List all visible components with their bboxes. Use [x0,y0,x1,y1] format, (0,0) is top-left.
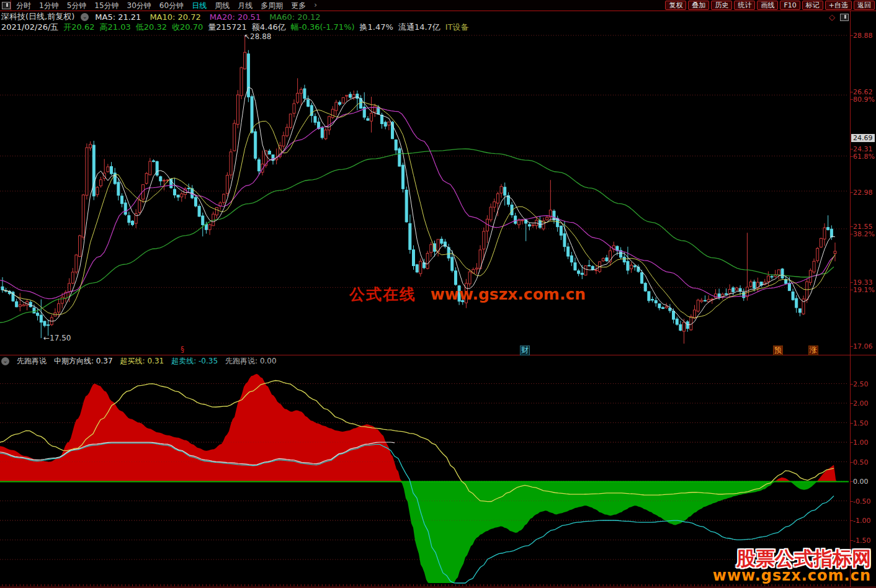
toolbar-buttons: 复权叠加历史统计画线F10标记+自选返回 [665,1,875,10]
toolbar-button-8[interactable]: +自选 [825,1,852,10]
event-marker-2[interactable]: 财 [520,345,530,355]
price-axis-tick-8 [850,226,853,227]
indicator-axis-label-9: -1.50 [853,537,870,545]
quote-field-4: 低20.32 [136,22,167,32]
price-axis-tick-1 [850,35,853,36]
price-axis-tick-10 [850,282,853,283]
price-axis-tick-12 [850,346,853,347]
menu-item-9[interactable]: 月线 [238,1,253,11]
price-axis-tick-5 [850,149,853,149]
toolbar-button-1[interactable]: 复权 [665,1,686,10]
price-axis-tick-9 [850,234,853,234]
peak-price-annotation: ↖28.88 [244,32,271,41]
price-axis-label-4: 24.69 [851,134,875,142]
period-menu: 分时1分钟5分钟15分钟30分钟60分钟日线周线月线多周期更多› [16,1,317,11]
menu-item-5[interactable]: 30分钟 [127,1,151,11]
quote-field-1: 2021/02/26/五 [1,22,58,32]
quote-field-6: 量215721 [208,22,247,32]
toolbar-button-5[interactable]: 画线 [757,1,778,10]
center-watermark: 公式在线 www.gszx.com.cn [349,284,586,305]
toolbar-button-3[interactable]: 历史 [711,1,732,10]
window-icon[interactable] [2,2,11,9]
indicator-axis-tick-7 [850,501,853,502]
toolbar-button-4[interactable]: 统计 [734,1,755,10]
indicator-axis-label-4: 1.00 [853,439,869,447]
event-marker-4[interactable]: 涨 [808,345,818,355]
indicator-field-4: 超卖线: -0.35 [171,356,218,367]
quote-field-10: 流通14.7亿 [398,22,440,32]
main-price-chart[interactable] [0,32,876,355]
menu-item-2[interactable]: 1分钟 [39,1,59,11]
menu-more-chevron-icon[interactable]: › [314,1,317,11]
price-axis-tick-2 [850,92,853,92]
price-axis-tick-7 [850,192,853,193]
menu-item-11[interactable]: 更多 [291,1,306,11]
indicator-axis-label-7: -0.50 [853,497,870,506]
collapse-chart-icon[interactable]: ⌄ [81,13,89,21]
indicator-field-1: 先跑再说 [17,356,47,367]
indicator-axis-label-1: 2.50 [853,380,869,388]
title-icons: ◇ [829,12,849,22]
watermark-brand: 公式在线 [349,285,416,303]
price-axis-label-9: 38.2% [853,230,875,238]
title-row: 深科技(日线,前复权) ⌄ MA5: 21.21MA10: 20.72MA20:… [1,12,321,22]
ma-value-1: MA5: 21.21 [95,12,141,22]
corner-watermark: 股票公式指标网 www.gszx.com.cn [713,549,871,583]
indicator-axis-label-2: 2.00 [853,399,869,408]
watermark-site-url: www.gszx.com.cn [713,568,871,583]
price-axis-label-3: 80.9% [853,96,875,104]
event-marker-1[interactable]: § [178,345,187,354]
diamond-marker-icon[interactable]: ◇ [829,12,835,22]
indicator-header: ⌄ 先跑再说中期方向线: 0.37超买线: 0.31超卖线: -0.35先跑再说… [1,356,277,366]
toolbar-button-7[interactable]: 标记 [802,1,823,10]
indicator-axis-label-3: 1.50 [853,419,869,427]
indicator-axis-label-5: 0.50 [853,458,869,466]
quote-field-7: 额4.46亿 [252,22,286,32]
indicator-axis-tick-4 [850,442,853,443]
period-menubar: 分时1分钟5分钟15分钟30分钟60分钟日线周线月线多周期更多› 复权叠加历史统… [0,0,876,11]
menu-item-4[interactable]: 15分钟 [94,1,118,11]
quote-field-9: 换1.47% [360,22,393,32]
quote-field-11: IT设备 [445,22,469,32]
price-axis-label-11: 19.1% [853,286,875,294]
indicator-axis-tick-1 [850,384,853,385]
toolbar-button-9[interactable]: 返回 [854,1,875,10]
indicator-field-3: 超买线: 0.31 [120,356,164,367]
indicator-axis-tick-9 [850,540,853,541]
toolbar-button-6[interactable]: F10 [780,1,800,10]
indicator-axis-tick-5 [850,462,853,463]
trading-app-window: 分时1分钟5分钟15分钟30分钟60分钟日线周线月线多周期更多› 复权叠加历史统… [0,0,876,588]
menu-item-1[interactable]: 分时 [16,1,31,11]
mini-window-icon[interactable] [840,14,849,21]
indicator-field-2: 中期方向线: 0.37 [54,356,113,367]
menu-item-3[interactable]: 5分钟 [67,1,87,11]
price-axis-tick-11 [850,290,853,290]
indicator-axis-tick-8 [850,520,853,521]
event-marker-3[interactable]: 预 [773,345,783,355]
ma-value-2: MA10: 20.72 [150,12,200,22]
quote-field-5: 收20.70 [172,22,203,32]
low-price-annotation: ←17.50 [43,334,71,342]
stock-title: 深科技(日线,前复权) [1,11,74,22]
indicator-axis-tick-3 [850,423,853,424]
ma-values: MA5: 21.21MA10: 20.72MA20: 20.51MA60: 20… [95,12,320,22]
indicator-axis-label-6: 0.00 [853,478,869,486]
menu-item-10[interactable]: 多周期 [261,1,283,11]
watermark-site-name: 股票公式指标网 [713,549,871,568]
indicator-axis-tick-2 [850,403,853,404]
toolbar-button-2[interactable]: 叠加 [688,1,709,10]
menu-item-7[interactable]: 日线 [192,1,207,11]
ma-value-3: MA20: 20.51 [210,12,261,22]
quote-field-8: 幅-0.36(-1.71%) [291,22,355,32]
ma-value-4: MA60: 20.12 [269,12,320,22]
price-axis-label-6: 61.8% [853,153,875,161]
price-axis-label-1: 28.88 [853,32,873,40]
menu-item-6[interactable]: 60分钟 [159,1,184,11]
price-axis-tick-6 [850,156,853,157]
quote-field-3: 高21.03 [100,22,131,32]
menu-item-8[interactable]: 周线 [215,1,230,11]
quote-field-2: 开20.62 [63,22,94,32]
indicator-axis-tick-6 [850,481,853,482]
collapse-indicator-icon[interactable]: ⌄ [1,357,9,365]
bottom-border [0,587,876,587]
